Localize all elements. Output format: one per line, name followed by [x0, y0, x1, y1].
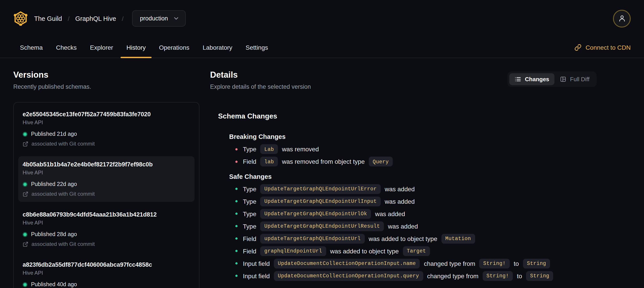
change-item: Input fieldUpdateDocumentCollectionOpera… [235, 258, 596, 268]
version-card[interactable]: 4b05ab51b1b4a7e2e4b0ef82172f2b9f7ef98c0b… [18, 156, 194, 202]
details-title: Details [210, 69, 311, 80]
breadcrumb: The Guild / GraphQL Hive / production [13, 10, 186, 27]
safe-changes-title: Safe Changes [229, 172, 596, 181]
target-selector[interactable]: production [132, 10, 186, 27]
code-badge: UpdateDocumentCollectionOperationInput.n… [274, 259, 420, 268]
change-text: Input fieldUpdateDocumentCollectionOpera… [243, 259, 550, 268]
change-text-part: Field [243, 158, 256, 165]
code-badge: Lab [260, 144, 278, 154]
breadcrumb-separator: / [122, 15, 124, 22]
bullet-dot [235, 238, 238, 240]
change-text: TypeLabwas removed [243, 144, 319, 154]
external-link-icon [22, 191, 28, 197]
versions-subtitle: Recently published schemas. [13, 83, 200, 91]
change-text-part: was added to object type [369, 235, 438, 242]
header-top: The Guild / GraphQL Hive / production [0, 0, 644, 37]
tab-laboratory[interactable]: Laboratory [197, 37, 238, 58]
bullet-dot [235, 148, 238, 150]
change-text-part: was added [385, 198, 415, 205]
code-badge: Query [369, 157, 393, 167]
change-item: TypeUpdateTargetGraphQLEndpointUrlOkwas … [235, 209, 596, 219]
change-text-part: Type [243, 223, 256, 230]
changes-view-button[interactable]: Changes [510, 73, 555, 85]
git-commit-link[interactable]: associated with Git commit [22, 190, 190, 197]
version-card[interactable]: e2e55045345ce13fe07f52a77459b83fa3fe7020… [18, 106, 194, 152]
connect-to-cdn-link[interactable]: Connect to CDN [574, 37, 631, 58]
change-text-part: Type [243, 198, 256, 205]
tab-explorer[interactable]: Explorer [84, 37, 119, 58]
user-icon [618, 14, 626, 23]
git-commit-text: associated with Git commit [32, 190, 95, 197]
tabs-row: SchemaChecksExplorerHistoryOperationsLab… [0, 37, 644, 58]
target-selector-value: production [140, 15, 168, 22]
change-text-part: changed type from [427, 272, 478, 279]
change-item: TypeUpdateTargetGraphQLEndpointUrlInputw… [235, 196, 596, 206]
version-service: Hive API [22, 219, 190, 226]
code-badge: lab [260, 157, 278, 167]
bullet-dot [235, 250, 238, 252]
change-item: TypeUpdateTargetGraphQLEndpointUrlErrorw… [235, 184, 596, 194]
change-text-part: was removed from object type [282, 158, 365, 165]
change-text: FieldgraphqlEndpointUrlwas added to obje… [243, 246, 430, 256]
safe-changes-list: TypeUpdateTargetGraphQLEndpointUrlErrorw… [229, 184, 596, 281]
full-diff-view-button[interactable]: Full Diff [554, 73, 595, 85]
version-published: Published 28d ago [22, 231, 190, 238]
change-text-part: was added [385, 185, 415, 193]
change-text-part: Type [243, 146, 256, 153]
versions-panel: Versions Recently published schemas. e2e… [13, 58, 200, 288]
breadcrumb-project[interactable]: GraphQL Hive [75, 15, 116, 22]
view-toggle: Changes Full Diff [508, 72, 596, 87]
published-text: Published 22d ago [31, 181, 77, 188]
published-text: Published 28d ago [31, 231, 77, 238]
code-badge: updateTargetGraphQLEndpointUrl [260, 234, 365, 244]
version-hash: c8b6e88a06793b9c4dfd54aaa21b36a1b421d812 [22, 211, 190, 219]
change-text-part: was added [388, 223, 418, 230]
app-root: The Guild / GraphQL Hive / production Sc… [0, 0, 644, 288]
version-published: Published 22d ago [22, 181, 190, 188]
columns-icon [560, 76, 566, 83]
versions-title: Versions [13, 69, 200, 80]
change-text-part: Input field [243, 272, 270, 279]
change-text-part: was added to object type [330, 248, 399, 255]
code-badge: Target [403, 246, 430, 256]
published-text: Published 21d ago [31, 130, 77, 138]
git-commit-link[interactable]: associated with Git commit [22, 240, 190, 248]
list-icon [515, 76, 522, 83]
bullet-dot [235, 200, 238, 203]
version-card[interactable]: a823f6db2a55df877dcf406006abca97fcc4858c… [18, 256, 194, 288]
change-text: TypeUpdateTargetGraphQLEndpointUrlOkwas … [243, 209, 405, 219]
user-menu-button[interactable] [613, 10, 631, 27]
version-service: Hive API [22, 119, 190, 126]
change-text-part: to [514, 260, 519, 267]
tab-settings[interactable]: Settings [240, 37, 274, 58]
published-dot [22, 182, 28, 187]
tab-checks[interactable]: Checks [50, 37, 82, 58]
version-card[interactable]: c8b6e88a06793b9c4dfd54aaa21b36a1b421d812… [18, 206, 194, 252]
change-text: TypeUpdateTargetGraphQLEndpointUrlResult… [243, 221, 418, 231]
version-list: e2e55045345ce13fe07f52a77459b83fa3fe7020… [13, 102, 200, 288]
git-commit-link[interactable]: associated with Git commit [22, 140, 190, 147]
details-subtitle: Explore details of the selected version [210, 83, 311, 91]
safe-changes-group: Safe Changes TypeUpdateTargetGraphQLEndp… [218, 172, 596, 281]
bullet-dot [235, 275, 238, 277]
full-diff-view-label: Full Diff [570, 76, 590, 83]
breadcrumb-org[interactable]: The Guild [34, 15, 62, 22]
bullet-dot [235, 161, 238, 163]
change-text-part: was added [375, 210, 405, 217]
change-item: FieldgraphqlEndpointUrlwas added to obje… [235, 246, 596, 256]
tab-operations[interactable]: Operations [153, 37, 195, 58]
code-badge: UpdateTargetGraphQLEndpointUrlOk [260, 209, 371, 219]
schema-changes-section: Schema Changes Breaking Changes TypeLabw… [210, 111, 596, 281]
connect-to-cdn-label: Connect to CDN [586, 44, 631, 51]
code-badge: String [523, 259, 550, 268]
tab-history[interactable]: History [120, 37, 151, 58]
bullet-dot [235, 188, 238, 190]
change-item: Fieldlabwas removed from object typeQuer… [235, 157, 596, 167]
main-content: Versions Recently published schemas. e2e… [0, 58, 644, 288]
header: The Guild / GraphQL Hive / production Sc… [0, 0, 644, 58]
version-service: Hive API [22, 269, 190, 276]
hive-logo-icon[interactable] [13, 11, 28, 26]
version-published: Published 21d ago [22, 130, 190, 138]
version-service: Hive API [22, 169, 190, 176]
tab-schema[interactable]: Schema [14, 37, 48, 58]
